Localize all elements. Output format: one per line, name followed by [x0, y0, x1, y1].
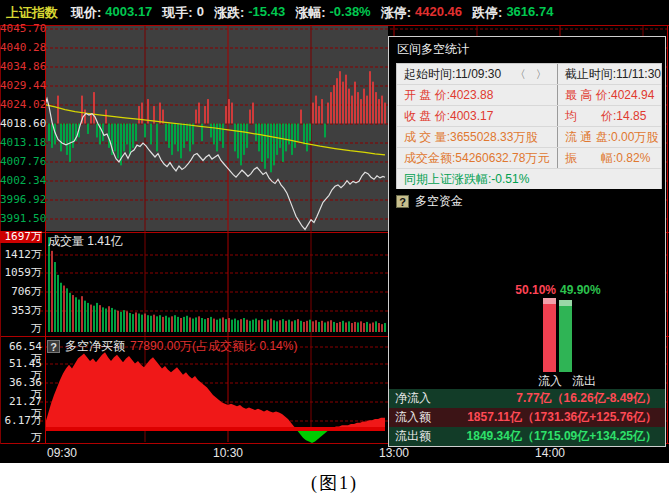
quote-field: 涨幅:-0.38%: [295, 4, 371, 22]
stats-row: 成 交 量:3655028.33万股流 通 盘:0.00万股: [397, 127, 661, 148]
outflow-percent: 49.90%: [560, 283, 601, 297]
panel-title: 区间多空统计: [389, 37, 665, 61]
axis-tick-label: 706万: [0, 286, 42, 298]
netbuy-value: 77890.00万(占成交额比 0.14%): [130, 338, 297, 355]
interval-stats-panel: 区间多空统计 起始时间:11/09:30〈〉截止时间:11/11:30开 盘 价…: [388, 36, 666, 447]
axis-tick-label: 4002.34: [0, 175, 42, 187]
inflow-bar-label: 流入: [538, 373, 562, 390]
stats-row: 起始时间:11/09:30〈〉截止时间:11/11:30: [397, 64, 661, 85]
stats-cell: 截止时间:11/11:30: [557, 64, 661, 84]
range-next-button[interactable]: 〉: [534, 67, 549, 82]
axis-tick-label: 3996.92: [0, 194, 42, 206]
outflow-bar-label: 流出: [572, 373, 596, 390]
axis-tick-label: 3991.50: [0, 213, 42, 225]
quote-field: 跌停:3616.74: [472, 4, 553, 22]
range-prev-button[interactable]: 〈: [513, 67, 528, 82]
stats-cell: 成 交 量:3655028.33万股: [397, 127, 557, 147]
funds-title: 多空资金: [415, 193, 463, 210]
time-tick-label: 10:30: [213, 446, 243, 460]
time-tick-label: 14:00: [535, 446, 565, 460]
stats-cell: 起始时间:11/09:30〈〉: [397, 64, 557, 84]
funds-section: ? 多空资金 50.10% 49.90% 流入 流出 净流入7.77亿（16.2…: [389, 189, 665, 446]
funds-header: ? 多空资金: [396, 193, 463, 210]
stats-row: 开 盘 价:4023.88最 高 价:4024.94: [397, 85, 661, 106]
axis-tick-label: 4040.28: [0, 42, 42, 54]
figure-caption: (图1): [311, 471, 358, 495]
time-tick-label: 09:30: [47, 446, 77, 460]
figure-footer: (图1): [0, 463, 669, 502]
stats-cell: 振 幅:0.82%: [557, 148, 661, 168]
volume-label: 成交量 1.41亿: [48, 233, 123, 250]
fund-flow-row: 流出额1849.34亿（1715.09亿+134.25亿）: [389, 427, 665, 446]
fund-flow-row: 净流入7.77亿（16.26亿-8.49亿）: [389, 389, 665, 408]
axis-tick-label: 万: [0, 323, 42, 335]
inflow-percent: 50.10%: [507, 283, 556, 297]
netbuy-section-label: ? 多空净买额 77890.00万(占成交额比 0.14%): [47, 338, 297, 355]
axis-tick-label: 353万: [0, 305, 42, 317]
quote-field: 现手:0: [162, 4, 204, 22]
quote-header: 上证指数 现价:4003.17现手:0涨跌:-15.43涨幅:-0.38%涨停:…: [0, 0, 669, 25]
stats-row: 成交金额:54260632.78万元振 幅:0.82%: [397, 148, 661, 169]
stats-cell: 同期上证涨跌幅:-0.51%: [397, 169, 661, 189]
quote-field: 涨跌:-15.43: [214, 4, 285, 22]
inflow-bar: [543, 298, 556, 372]
stats-cell: 开 盘 价:4023.88: [397, 85, 557, 105]
volume-section-label: 成交量 1.41亿: [48, 233, 123, 250]
axis-tick-label: 4024.02: [0, 99, 42, 111]
fund-flow-rows: 净流入7.77亿（16.26亿-8.49亿）流入额1857.11亿（1731.3…: [389, 389, 665, 446]
stats-cell: 成交金额:54260632.78万元: [397, 148, 557, 168]
axis-tick-label: 万: [0, 432, 42, 444]
axis-tick-label: 4029.44: [0, 80, 42, 92]
netbuy-label: 多空净买额: [65, 338, 125, 355]
help-icon[interactable]: ?: [47, 340, 60, 353]
quote-field: 涨停:4420.46: [381, 4, 462, 22]
index-name: 上证指数: [6, 4, 58, 22]
axis-tick-label: 1697万: [0, 231, 42, 243]
stats-cell: 均 价:14.85: [557, 106, 661, 126]
stats-row: 收 盘 价:4003.17均 价:14.85: [397, 106, 661, 127]
axis-tick-label: 4007.76: [0, 156, 42, 168]
quote-terminal: 上证指数 现价:4003.17现手:0涨跌:-15.43涨幅:-0.38%涨停:…: [0, 0, 669, 463]
outflow-bar: [559, 300, 572, 372]
fund-flow-row: 流入额1857.11亿（1731.36亿+125.76亿）: [389, 408, 665, 427]
quote-field: 现价:4003.17: [71, 4, 152, 22]
stats-cell: 流 通 盘:0.00万股: [557, 127, 661, 147]
axis-tick-label: 4018.60: [0, 118, 42, 130]
axis-tick-label: 1059万: [0, 267, 42, 279]
stats-row: 同期上证涨跌幅:-0.51%: [397, 169, 661, 189]
stats-cell: 收 盘 价:4003.17: [397, 106, 557, 126]
axis-tick-label: 1412万: [0, 249, 42, 261]
help-icon[interactable]: ?: [396, 195, 409, 208]
stats-cell: 最 高 价:4024.94: [557, 85, 661, 105]
app-window: 上证指数 现价:4003.17现手:0涨跌:-15.43涨幅:-0.38%涨停:…: [0, 0, 669, 502]
interval-stats-table: 起始时间:11/09:30〈〉截止时间:11/11:30开 盘 价:4023.8…: [396, 63, 662, 190]
axis-tick-label: 4034.86: [0, 61, 42, 73]
time-tick-label: 13:00: [379, 446, 409, 460]
quote-fields: 现价:4003.17现手:0涨跌:-15.43涨幅:-0.38%涨停:4420.…: [71, 4, 553, 22]
axis-tick-label: 4013.18: [0, 137, 42, 149]
axis-tick-label: 6.17万: [0, 415, 42, 427]
